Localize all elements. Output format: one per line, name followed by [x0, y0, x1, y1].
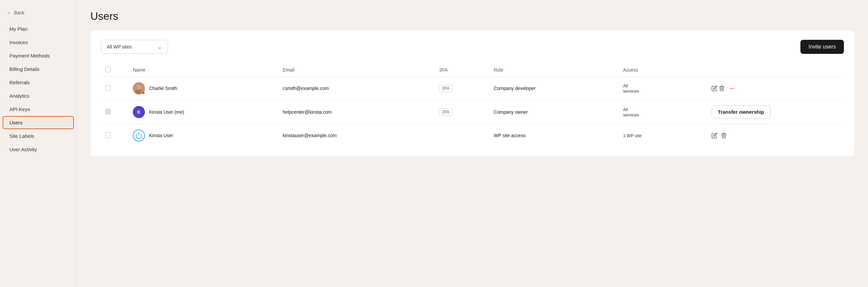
delete-icon[interactable]: [721, 132, 727, 138]
user-name-kinsta: Kinsta User: [149, 133, 173, 138]
sidebar-item-payment-methods[interactable]: Payment Methods: [0, 49, 76, 62]
user-name-charlie: Charlie Smith: [149, 86, 177, 91]
select-all-checkbox[interactable]: [105, 67, 111, 72]
user-cell-kinsta: Kinsta User: [133, 129, 275, 141]
user-access-kinsta: 1 WP site: [619, 124, 707, 147]
chevron-down-icon: ⌄: [157, 43, 162, 51]
site-filter-dropdown[interactable]: All WP sites ⌄: [101, 40, 168, 54]
sidebar-link-billing-details[interactable]: Billing Details: [3, 63, 74, 75]
red-arrow-indicator: ←: [729, 84, 736, 93]
2fa-badge-charlie: 2FA: [439, 85, 453, 92]
sidebar: ← Back My Plan Invoices Payment Methods …: [0, 0, 77, 287]
invite-users-button[interactable]: Invite users: [800, 40, 844, 54]
col-header-name: Name ↑: [129, 63, 279, 77]
col-header-access: Access: [619, 63, 707, 77]
row-3-actions: [711, 132, 840, 138]
user-role-kinsta-me: Company owner: [490, 100, 619, 124]
user-access-kinsta-me: Allservices: [619, 100, 707, 124]
back-button[interactable]: ← Back: [0, 7, 76, 22]
sidebar-link-referrals[interactable]: Referrals: [3, 76, 74, 89]
svg-point-1: [136, 85, 141, 89]
users-table: Name ↑ Email 2FA Role Access: [101, 63, 844, 147]
2fa-empty-kinsta: [435, 124, 490, 147]
col-header-role: Role: [490, 63, 619, 77]
sidebar-link-user-activity[interactable]: User Activity: [3, 143, 74, 156]
user-role-charlie: Company developer: [490, 77, 619, 100]
sidebar-link-site-labels[interactable]: Site Labels: [3, 129, 74, 142]
delete-icon[interactable]: [719, 85, 725, 91]
edit-icon[interactable]: [711, 132, 717, 138]
sidebar-item-api-keys[interactable]: API Keys: [0, 103, 76, 116]
row-1-actions: ←: [711, 84, 840, 93]
row-2-checkbox[interactable]: [105, 109, 111, 115]
transfer-ownership-button[interactable]: Transfer ownership: [711, 105, 770, 119]
svg-text:K: K: [137, 109, 141, 115]
sidebar-link-my-plan[interactable]: My Plan: [3, 23, 74, 35]
sidebar-item-user-activity[interactable]: User Activity: [0, 143, 76, 156]
avatar-wrapper-charlie: [133, 82, 145, 94]
edit-icon[interactable]: [711, 85, 717, 91]
sidebar-item-invoices[interactable]: Invoices: [0, 36, 76, 49]
user-access-charlie: Allservices: [619, 77, 707, 100]
kinsta-logo-svg: K: [133, 106, 145, 118]
row-3-checkbox[interactable]: [105, 132, 111, 138]
user-email-kinsta-me: helpcenter@kinsta.com: [279, 100, 435, 124]
col-header-2fa: 2FA: [435, 63, 490, 77]
notification-dot: [142, 91, 145, 94]
user-email-kinsta: kinstauser@example.com: [279, 124, 435, 147]
sidebar-link-analytics[interactable]: Analytics: [3, 89, 74, 102]
user-cell-charlie: Charlie Smith: [133, 82, 275, 94]
table-row: K Kinsta User (me) helpcenter@kinsta.com…: [101, 100, 844, 124]
table-header-row: Name ↑ Email 2FA Role Access: [101, 63, 844, 77]
toolbar: All WP sites ⌄ Invite users: [101, 40, 844, 54]
name-sort-icon[interactable]: ↑: [148, 68, 150, 72]
avatar-kinsta: [133, 129, 145, 141]
sidebar-link-users[interactable]: Users: [3, 116, 74, 129]
user-email-charlie: csmith@example.com: [279, 77, 435, 100]
sidebar-item-analytics[interactable]: Analytics: [0, 89, 76, 102]
user-cell-kinsta-me: K Kinsta User (me): [133, 106, 275, 118]
table-row: Charlie Smith csmith@example.com 2FA Com…: [101, 77, 844, 100]
sidebar-link-api-keys[interactable]: API Keys: [3, 103, 74, 116]
sidebar-link-payment-methods[interactable]: Payment Methods: [3, 49, 74, 62]
sidebar-nav: My Plan Invoices Payment Methods Billing…: [0, 23, 76, 156]
content-card: All WP sites ⌄ Invite users Name ↑: [90, 30, 855, 156]
avatar-charlie: [133, 82, 145, 94]
site-filter-label: All WP sites: [107, 44, 131, 50]
sidebar-item-referrals[interactable]: Referrals: [0, 76, 76, 89]
table-row: Kinsta User kinstauser@example.com WP si…: [101, 124, 844, 147]
back-arrow-icon: ←: [7, 10, 11, 15]
user-role-kinsta: WP site access: [490, 124, 619, 147]
sidebar-item-my-plan[interactable]: My Plan: [0, 23, 76, 35]
sidebar-item-users[interactable]: Users: [0, 116, 76, 129]
row-1-checkbox[interactable]: [105, 85, 111, 91]
col-header-actions: [707, 63, 844, 77]
col-header-email: Email: [279, 63, 435, 77]
sidebar-link-invoices[interactable]: Invoices: [3, 36, 74, 49]
user-name-kinsta-me: Kinsta User (me): [149, 109, 184, 115]
page-title: Users: [90, 10, 855, 23]
back-label: Back: [14, 10, 24, 15]
2fa-badge-kinsta-me: 2FA: [439, 108, 453, 116]
sidebar-item-site-labels[interactable]: Site Labels: [0, 129, 76, 142]
avatar-kinsta-me: K: [133, 106, 145, 118]
power-icon-svg: [135, 132, 143, 139]
main-content: Users All WP sites ⌄ Invite users: [77, 0, 868, 287]
sidebar-item-billing-details[interactable]: Billing Details: [0, 63, 76, 75]
